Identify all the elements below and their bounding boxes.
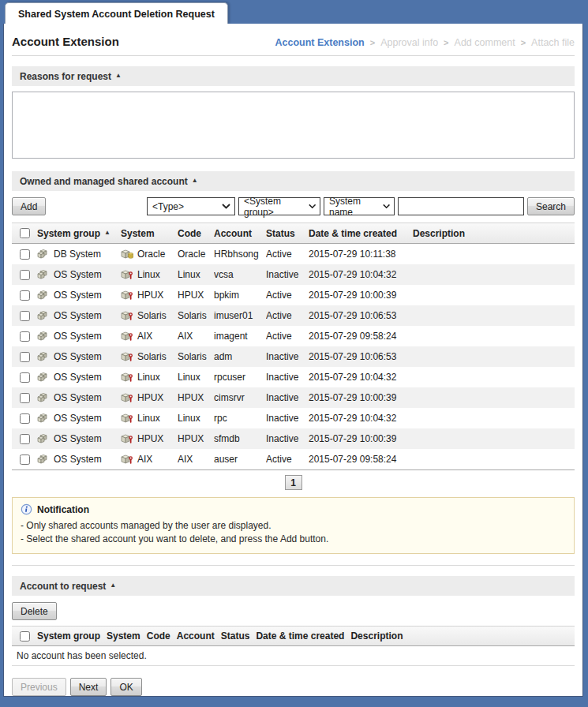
status-value: Active — [266, 310, 309, 321]
system-group-cell: DB System — [37, 249, 121, 260]
window-tab[interactable]: Shared System Account Deletion Request — [5, 2, 228, 24]
section-owned-title: Owned and managed shared account — [20, 176, 188, 187]
row-checkbox[interactable] — [20, 434, 30, 444]
system-group-icon — [37, 290, 50, 301]
row-checkbox[interactable] — [20, 352, 30, 362]
breadcrumb: Account Extension > Approval info > Add … — [275, 37, 575, 48]
system-value: HPUX — [137, 392, 163, 403]
account-value: HRbhsong — [214, 249, 266, 260]
system-group-value: OS System — [54, 372, 102, 383]
window-tab-title: Shared System Account Deletion Request — [18, 9, 215, 20]
account-value: imuser01 — [214, 310, 266, 321]
reasons-textarea[interactable] — [12, 92, 575, 159]
server-wrench-icon — [121, 331, 133, 342]
search-input[interactable] — [398, 197, 524, 215]
row-checkbox[interactable] — [20, 331, 30, 342]
account-value: rpc — [214, 413, 266, 424]
system-group-cell: OS System — [37, 454, 121, 465]
search-button[interactable]: Search — [527, 197, 575, 215]
system-group-value: OS System — [54, 454, 102, 465]
code-value: Linux — [178, 413, 214, 424]
system-group-cell: OS System — [37, 351, 121, 362]
select-all-checkbox[interactable] — [20, 228, 30, 238]
breadcrumb-separator: > — [444, 38, 448, 47]
server-wrench-icon — [121, 433, 133, 444]
section-owned-header[interactable]: Owned and managed shared account ▲ — [12, 171, 575, 191]
row-checkbox[interactable] — [20, 290, 30, 301]
breadcrumb-step-approval-info: Approval info — [380, 37, 438, 48]
system-group-cell: OS System — [37, 310, 121, 321]
header-status[interactable]: Status — [266, 228, 309, 239]
server-wrench-icon — [121, 269, 133, 280]
system-cell: HPUX — [121, 433, 178, 444]
header-code[interactable]: Code — [178, 228, 214, 239]
ok-button[interactable]: OK — [110, 678, 141, 696]
search-field-select[interactable]: System name — [324, 197, 395, 215]
row-checkbox[interactable] — [20, 413, 30, 424]
system-cell: Linux — [121, 269, 178, 280]
row-checkbox[interactable] — [20, 372, 30, 383]
row-checkbox[interactable] — [20, 311, 30, 321]
section-reasons-header[interactable]: Reasons for request ▲ — [12, 66, 575, 86]
row-check-cell — [12, 352, 37, 362]
header-description[interactable]: Description — [413, 228, 575, 239]
notification-title: Notification — [37, 504, 89, 515]
header-status: Status — [221, 630, 250, 642]
code-value: HPUX — [178, 392, 214, 403]
code-value: Linux — [178, 372, 214, 383]
account-row: OS System Linux Linux rpc Inactive 2015-… — [12, 408, 575, 428]
next-button[interactable]: Next — [70, 678, 107, 696]
header-account[interactable]: Account — [214, 228, 266, 239]
type-select[interactable]: <Type> — [147, 197, 235, 215]
chevron-down-icon — [222, 204, 230, 209]
row-checkbox[interactable] — [20, 454, 30, 465]
breadcrumb-step-attach-file: Attach file — [531, 37, 575, 48]
system-group-cell: OS System — [37, 372, 121, 383]
account-value: adm — [214, 351, 266, 362]
breadcrumb-step-account-extension[interactable]: Account Extension — [275, 37, 364, 48]
row-check-cell — [12, 290, 37, 301]
system-group-icon — [37, 454, 50, 465]
section-request-header[interactable]: Account to request ▲ — [12, 576, 575, 596]
system-group-value: OS System — [54, 433, 102, 444]
page-title: Account Extension — [12, 35, 119, 48]
chevron-down-icon — [309, 204, 316, 209]
account-row: OS System Linux Linux vcsa Inactive 2015… — [12, 264, 575, 285]
system-cell: Linux — [121, 372, 178, 383]
system-group-cell: OS System — [37, 331, 121, 342]
status-value: Active — [266, 331, 309, 342]
code-value: HPUX — [178, 290, 214, 301]
notification-box: Notification - Only shared accounts mana… — [12, 497, 575, 554]
code-value: AIX — [178, 454, 214, 465]
system-cell: HPUX — [121, 290, 178, 301]
created-value: 2015-07-29 10:00:39 — [309, 290, 413, 301]
header-divider — [12, 55, 575, 56]
account-value: rpcuser — [214, 372, 266, 383]
system-value: Solaris — [137, 310, 167, 321]
row-check-cell — [12, 372, 37, 383]
add-button[interactable]: Add — [12, 197, 46, 215]
header-date-created[interactable]: Date & time created — [309, 228, 413, 239]
row-checkbox[interactable] — [20, 249, 30, 260]
status-value: Inactive — [266, 392, 309, 403]
sort-asc-icon: ▲ — [104, 229, 110, 236]
row-check-cell — [12, 311, 37, 321]
page-button-1[interactable]: 1 — [285, 475, 302, 490]
system-value: Oracle — [137, 249, 165, 260]
header-system[interactable]: System — [121, 228, 178, 239]
system-group-select[interactable]: <System group> — [238, 197, 320, 215]
previous-button[interactable]: Previous — [12, 678, 66, 696]
request-select-all-checkbox[interactable] — [20, 631, 30, 642]
system-value: Linux — [137, 372, 160, 383]
row-checkbox[interactable] — [20, 270, 30, 280]
system-group-icon — [37, 310, 50, 321]
server-wrench-icon — [121, 413, 133, 424]
header-system-group[interactable]: System group ▲ — [37, 228, 121, 239]
owned-controls: Add <Type> <System group> System name Se… — [12, 197, 575, 215]
created-value: 2015-07-29 10:11:38 — [309, 249, 413, 260]
row-checkbox[interactable] — [20, 393, 30, 403]
delete-button[interactable]: Delete — [12, 602, 57, 620]
system-cell: HPUX — [121, 392, 178, 403]
header-system-group-label: System group — [37, 228, 100, 239]
created-value: 2015-07-29 09:58:24 — [309, 331, 413, 342]
